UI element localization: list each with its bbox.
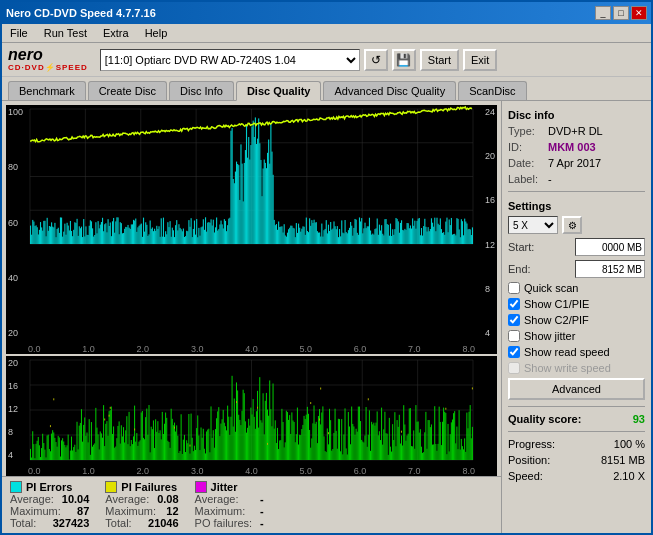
- quick-scan-row: Quick scan: [508, 282, 645, 294]
- type-label: Type:: [508, 125, 544, 137]
- progress-value: 100 %: [614, 438, 645, 450]
- show-jitter-label: Show jitter: [524, 330, 575, 342]
- jitter-color: [195, 481, 207, 493]
- logo: nero CD·DVD⚡SPEED: [8, 47, 88, 72]
- menu-help[interactable]: Help: [141, 26, 172, 40]
- tab-disc-quality[interactable]: Disc Quality: [236, 81, 322, 101]
- divider-3: [508, 431, 645, 432]
- title-controls: _ □ ✕: [595, 6, 647, 20]
- progress-row: Progress: 100 %: [508, 438, 645, 450]
- pi-errors-label: PI Errors: [26, 481, 72, 493]
- show-c1pie-label: Show C1/PIE: [524, 298, 589, 310]
- show-c2pif-checkbox[interactable]: [508, 314, 520, 326]
- legend: PI Errors Average: 10.04 Maximum: 87 Tot…: [2, 476, 501, 533]
- close-button[interactable]: ✕: [631, 6, 647, 20]
- advanced-button[interactable]: Advanced: [508, 378, 645, 400]
- show-read-speed-label: Show read speed: [524, 346, 610, 358]
- menu-run-test[interactable]: Run Test: [40, 26, 91, 40]
- show-c1pie-checkbox[interactable]: [508, 298, 520, 310]
- show-c2pif-row: Show C2/PIF: [508, 314, 645, 326]
- show-jitter-row: Show jitter: [508, 330, 645, 342]
- bottom-chart-x-labels: 0.0 1.0 2.0 3.0 4.0 5.0 6.0 7.0 8.0: [28, 466, 475, 476]
- logo-nero: nero: [8, 47, 88, 63]
- start-button[interactable]: Start: [420, 49, 459, 71]
- menu-extra[interactable]: Extra: [99, 26, 133, 40]
- speed-value: 2.10 X: [613, 470, 645, 482]
- id-label: ID:: [508, 141, 544, 153]
- disc-id-row: ID: MKM 003: [508, 141, 645, 153]
- exit-button[interactable]: Exit: [463, 49, 497, 71]
- type-value: DVD+R DL: [548, 125, 603, 137]
- show-write-speed-row: Show write speed: [508, 362, 645, 374]
- menu-file[interactable]: File: [6, 26, 32, 40]
- main-content: 100 80 60 40 20 24 20 16 12 8 4 0.0: [2, 101, 651, 533]
- position-label: Position:: [508, 454, 550, 466]
- speed-row: 5 X 4 X 8 X ⚙: [508, 216, 645, 234]
- title-bar: Nero CD-DVD Speed 4.7.7.16 _ □ ✕: [2, 2, 651, 24]
- chart-section: 100 80 60 40 20 24 20 16 12 8 4 0.0: [2, 101, 501, 533]
- quality-score-value: 93: [633, 413, 645, 425]
- bottom-chart-container: 20 16 12 8 4 0.0 1.0 2.0 3.0 4.0 5.0 6.0…: [6, 356, 497, 476]
- start-field[interactable]: [575, 238, 645, 256]
- pi-failures-legend: PI Failures Average: 0.08 Maximum: 12 To…: [105, 481, 178, 529]
- main-window: Nero CD-DVD Speed 4.7.7.16 _ □ ✕ File Ru…: [0, 0, 653, 535]
- tab-scan-disc[interactable]: ScanDisc: [458, 81, 526, 100]
- bottom-chart-y-labels-left: 20 16 12 8 4: [8, 358, 18, 460]
- window-title: Nero CD-DVD Speed 4.7.7.16: [6, 7, 156, 19]
- top-chart-container: 100 80 60 40 20 24 20 16 12 8 4 0.0: [6, 105, 497, 354]
- show-jitter-checkbox[interactable]: [508, 330, 520, 342]
- divider-2: [508, 406, 645, 407]
- quality-score-label: Quality score:: [508, 413, 581, 425]
- position-row: Position: 8151 MB: [508, 454, 645, 466]
- maximize-button[interactable]: □: [613, 6, 629, 20]
- end-field-label: End:: [508, 263, 531, 275]
- bottom-chart: [6, 356, 497, 476]
- show-c1pie-row: Show C1/PIE: [508, 298, 645, 310]
- pi-failures-color: [105, 481, 117, 493]
- drive-select[interactable]: [11:0] Optiarc DVD RW AD-7240S 1.04: [100, 49, 360, 71]
- pi-errors-color: [10, 481, 22, 493]
- tab-bar: Benchmark Create Disc Disc Info Disc Qua…: [2, 77, 651, 101]
- show-c2pif-label: Show C2/PIF: [524, 314, 589, 326]
- speed-row-2: Speed: 2.10 X: [508, 470, 645, 482]
- position-value: 8151 MB: [601, 454, 645, 466]
- top-chart: [6, 105, 497, 260]
- date-value: 7 Apr 2017: [548, 157, 601, 169]
- quick-scan-checkbox[interactable]: [508, 282, 520, 294]
- quick-scan-label: Quick scan: [524, 282, 578, 294]
- end-field[interactable]: [575, 260, 645, 278]
- id-value: MKM 003: [548, 141, 596, 153]
- progress-label: Progress:: [508, 438, 555, 450]
- jitter-legend: Jitter Average: - Maximum: - PO failures…: [195, 481, 264, 529]
- tab-benchmark[interactable]: Benchmark: [8, 81, 86, 100]
- start-field-row: Start:: [508, 238, 645, 256]
- menu-bar: File Run Test Extra Help: [2, 24, 651, 43]
- tab-create-disc[interactable]: Create Disc: [88, 81, 167, 100]
- top-chart-x-labels: 0.0 1.0 2.0 3.0 4.0 5.0 6.0 7.0 8.0: [28, 344, 475, 354]
- toolbar: nero CD·DVD⚡SPEED [11:0] Optiarc DVD RW …: [2, 43, 651, 77]
- top-chart-y-labels-left: 100 80 60 40 20: [8, 107, 23, 338]
- quality-score-row: Quality score: 93: [508, 413, 645, 425]
- jitter-label: Jitter: [211, 481, 238, 493]
- disc-type-row: Type: DVD+R DL: [508, 125, 645, 137]
- show-write-speed-checkbox[interactable]: [508, 362, 520, 374]
- top-chart-y-labels-right: 24 20 16 12 8 4: [485, 107, 495, 338]
- tab-disc-info[interactable]: Disc Info: [169, 81, 234, 100]
- show-read-speed-checkbox[interactable]: [508, 346, 520, 358]
- tab-advanced-disc-quality[interactable]: Advanced Disc Quality: [323, 81, 456, 100]
- speed-select[interactable]: 5 X 4 X 8 X: [508, 216, 558, 234]
- settings-title: Settings: [508, 200, 645, 212]
- save-button[interactable]: 💾: [392, 49, 416, 71]
- date-label: Date:: [508, 157, 544, 169]
- divider-1: [508, 191, 645, 192]
- pi-errors-legend: PI Errors Average: 10.04 Maximum: 87 Tot…: [10, 481, 89, 529]
- label-label: Label:: [508, 173, 544, 185]
- settings-icon-button[interactable]: ⚙: [562, 216, 582, 234]
- disc-date-row: Date: 7 Apr 2017: [508, 157, 645, 169]
- refresh-button[interactable]: ↺: [364, 49, 388, 71]
- disc-info-title: Disc info: [508, 109, 645, 121]
- show-write-speed-label: Show write speed: [524, 362, 611, 374]
- minimize-button[interactable]: _: [595, 6, 611, 20]
- disc-label-row: Label: -: [508, 173, 645, 185]
- label-value: -: [548, 173, 552, 185]
